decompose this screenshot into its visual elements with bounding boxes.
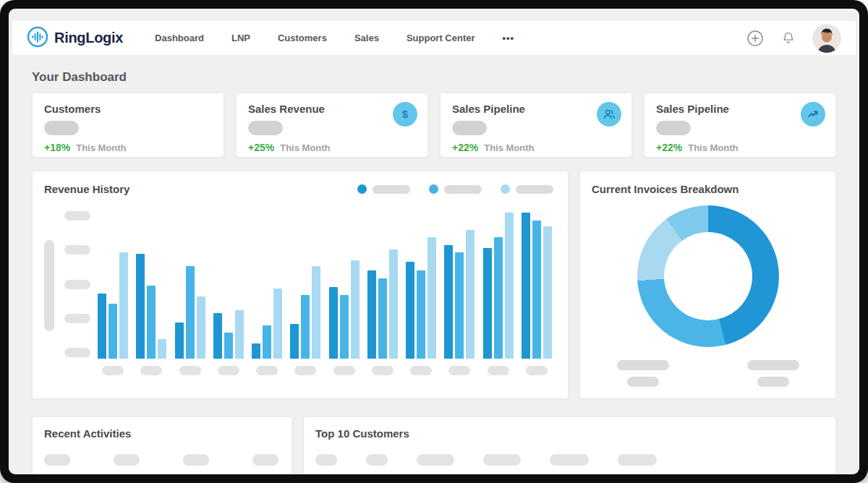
user-avatar[interactable]	[812, 24, 841, 53]
y-tick-labels	[64, 211, 90, 357]
bar-dark-3	[175, 322, 184, 359]
x-tick-placeholder	[448, 366, 470, 375]
nav-item-dashboard[interactable]: Dashboard	[155, 33, 204, 43]
x-tick-placeholder	[526, 366, 548, 375]
bar-medium-8	[378, 278, 387, 359]
nav-item-support-center[interactable]: Support Center	[407, 33, 475, 43]
bar-light-11	[505, 213, 514, 359]
bar-medium-7	[340, 295, 349, 359]
stat-period: This Month	[688, 142, 738, 153]
nav-item-customers[interactable]: Customers	[278, 33, 327, 43]
x-tick-placeholder	[179, 366, 201, 375]
chart-legend	[357, 184, 556, 194]
bar-medium-3	[186, 266, 195, 359]
bar-light-12	[543, 226, 552, 359]
recent-activity-placeholder	[252, 454, 278, 466]
invoices-breakdown-card: Current Invoices Breakdown	[579, 171, 836, 399]
donut-legend-group-1	[617, 360, 669, 387]
bottom-row: Recent Activities Top 10 Customers	[32, 416, 836, 474]
nav-item-more[interactable]: •••	[503, 33, 515, 43]
bar-medium-12	[532, 221, 541, 359]
y-tick-placeholder	[64, 314, 90, 323]
nav-right	[746, 24, 841, 53]
nav-menu: DashboardLNPCustomersSalesSupport Center…	[155, 33, 514, 43]
bar-medium-1	[109, 304, 117, 359]
bars-9	[406, 207, 436, 359]
stat-value-placeholder	[656, 121, 691, 135]
x-tick-placeholder	[294, 366, 316, 375]
x-tick-placeholder	[102, 366, 124, 375]
page-title: Your Dashboard	[32, 70, 836, 85]
legend-item-medium[interactable]	[429, 184, 482, 194]
bars-6	[290, 207, 320, 359]
donut-legend-placeholder-wide	[617, 360, 669, 370]
top-nav: RingLogix DashboardLNPCustomersSalesSupp…	[12, 21, 856, 55]
bars-12	[522, 207, 552, 359]
bar-medium-11	[494, 237, 503, 359]
nav-item-lnp[interactable]: LNP	[231, 33, 250, 43]
stat-value-placeholder	[248, 121, 283, 135]
stat-card-title: Customers	[44, 103, 212, 115]
stat-value-placeholder	[44, 121, 79, 135]
bar-medium-6	[301, 295, 310, 359]
bars-3	[175, 207, 205, 359]
legend-label-placeholder	[373, 185, 410, 194]
bars-1	[98, 207, 128, 359]
legend-label-placeholder	[516, 185, 553, 194]
bar-light-9	[427, 237, 436, 359]
donut-legend-placeholder-narrow	[757, 377, 789, 387]
bars-5	[252, 207, 282, 359]
dollar-icon: $	[393, 102, 417, 127]
stat-period: This Month	[76, 142, 126, 153]
bar-dark-10	[444, 245, 453, 359]
stat-card-title: Sales Revenue	[248, 103, 416, 115]
bar-light-5	[273, 288, 282, 359]
bar-medium-10	[455, 252, 464, 359]
revenue-bar-chart	[44, 207, 556, 376]
bars-7	[329, 207, 359, 359]
stat-delta-row: +25%This Month	[248, 142, 416, 153]
legend-label-placeholder	[444, 185, 482, 194]
bar-group-9	[406, 207, 436, 376]
stat-delta-row: +18%This Month	[44, 142, 212, 153]
bar-light-6	[312, 266, 320, 359]
bar-dark-11	[483, 248, 492, 359]
stat-period: This Month	[280, 142, 330, 153]
brand-logo[interactable]: RingLogix	[27, 26, 123, 51]
legend-item-light[interactable]	[501, 184, 553, 194]
top10-customers-title: Top 10 Customers	[315, 427, 409, 440]
trend-up-icon	[801, 102, 825, 127]
bar-light-3	[197, 296, 205, 359]
legend-item-dark[interactable]	[357, 184, 410, 194]
x-tick-placeholder	[488, 366, 509, 375]
bar-group-8	[367, 207, 398, 376]
revenue-history-header: Revenue History	[44, 183, 556, 195]
recent-activity-placeholder	[114, 454, 140, 466]
legend-dot-dark	[357, 184, 367, 194]
add-icon[interactable]	[746, 29, 765, 48]
top10-customers-card: Top 10 Customers	[303, 416, 836, 474]
brand-name: RingLogix	[54, 30, 123, 46]
bar-light-7	[351, 260, 359, 359]
stat-delta-row: +22%This Month	[452, 142, 620, 153]
bar-medium-2	[147, 286, 156, 359]
nav-item-sales[interactable]: Sales	[354, 33, 379, 43]
bar-group-7	[329, 207, 359, 376]
bar-light-10	[466, 230, 475, 359]
notifications-bell-icon[interactable]	[779, 29, 798, 48]
top10-header-placeholder	[417, 454, 454, 466]
bars-2	[136, 207, 166, 359]
stat-delta: +18%	[44, 142, 70, 153]
stat-value-placeholder	[452, 121, 487, 135]
recent-activity-placeholder	[44, 454, 70, 466]
stat-card-4: Sales Pipeline+22%This Month	[644, 93, 836, 158]
bar-dark-5	[252, 343, 260, 359]
recent-activity-placeholder	[183, 454, 209, 466]
bar-dark-4	[213, 313, 222, 359]
revenue-history-card: Revenue History	[32, 171, 569, 399]
stat-delta: +22%	[452, 142, 478, 153]
stat-card-title: Sales Pipeline	[656, 103, 824, 115]
bars-8	[367, 207, 398, 359]
stat-card-1: Customers+18%This Month	[32, 93, 224, 158]
bar-group-5	[252, 207, 282, 376]
